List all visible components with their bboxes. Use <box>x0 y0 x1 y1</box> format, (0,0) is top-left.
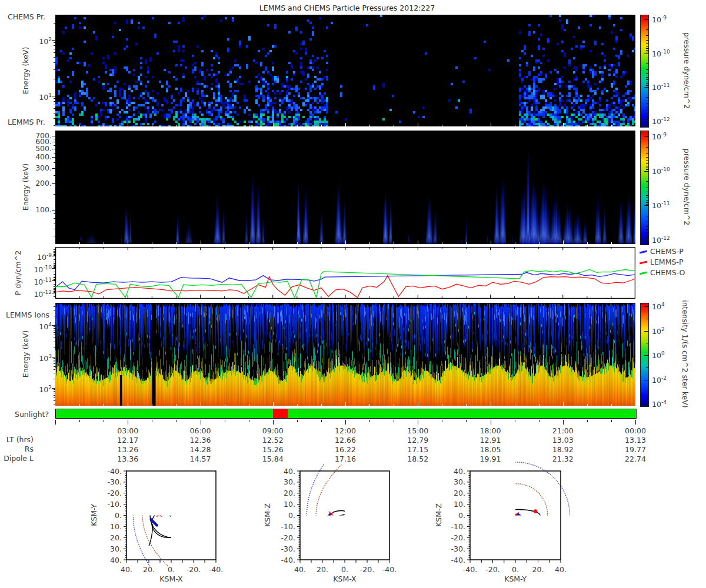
orbit2-y-axis-label: KSM-Z <box>264 503 272 527</box>
tick-mark <box>644 87 648 88</box>
tick-mark <box>54 139 55 139</box>
tick-mark <box>273 420 274 425</box>
sunlight-segment <box>288 409 636 418</box>
bow-shock-curve <box>133 465 150 567</box>
tick-mark <box>54 108 55 109</box>
lemms-ytick-label: 400. <box>21 152 52 161</box>
annotation-value: 19.91 <box>473 455 508 463</box>
orbit-ytick-label: 40. <box>284 467 295 476</box>
tick-mark <box>646 368 648 368</box>
tick-mark <box>515 420 515 422</box>
row-label-dipole: Dipole L <box>0 455 34 463</box>
saturn-marker <box>170 514 172 516</box>
annotation-value: 12.52 <box>255 436 291 445</box>
annotation-value: 17.16 <box>328 455 363 463</box>
tick-mark <box>54 62 55 63</box>
red-dot-marker <box>356 509 359 513</box>
orbit-ytick-label: -30. <box>451 544 465 553</box>
figure: LEMMS and CHEMS Particle Pressures 2012:… <box>0 0 706 588</box>
sunlight-segment <box>273 409 288 418</box>
lemms-panel-label: LEMMS Pr. <box>8 118 45 126</box>
tick-mark <box>646 202 648 203</box>
time-tick-label: 12:00 <box>328 426 363 435</box>
tick-mark <box>646 157 648 158</box>
tick-mark <box>644 240 648 240</box>
magnetopause-curve <box>142 465 168 567</box>
tick-mark <box>646 83 648 84</box>
tick-mark <box>54 362 55 362</box>
tick-mark <box>52 136 55 136</box>
saturn-marker <box>344 514 346 516</box>
tick-mark <box>54 316 55 316</box>
tick-mark <box>54 379 55 379</box>
tick-mark <box>54 397 55 398</box>
orbit-ytick-label: -40. <box>108 467 122 476</box>
tick-mark <box>646 108 648 108</box>
tick-mark <box>646 97 648 98</box>
orbit-xtick-label: -20. <box>360 565 374 574</box>
tick-mark <box>52 142 55 142</box>
tick-mark <box>52 96 55 96</box>
tick-mark <box>52 183 55 184</box>
tick-mark <box>394 420 394 422</box>
annotation-value: 14.28 <box>183 445 218 454</box>
tick-mark <box>54 326 55 327</box>
legend-swatch-1 <box>640 260 647 264</box>
red-dot-marker <box>182 532 186 535</box>
orbit-frame <box>470 471 561 560</box>
tick-mark <box>54 389 55 390</box>
orbit-xtick-label: -40. <box>463 565 477 574</box>
tick-mark <box>54 236 55 236</box>
tick-mark <box>646 236 648 237</box>
orbit-frame <box>300 471 389 560</box>
tick-mark <box>176 420 176 422</box>
sunlight-segment <box>56 409 273 418</box>
tick-mark <box>54 347 55 348</box>
tick-mark <box>79 420 80 422</box>
tick-mark <box>646 200 648 201</box>
intensity-cbar-tick-label: 10-4 <box>652 399 667 409</box>
tick-mark <box>54 358 55 359</box>
annotation-value: 21.32 <box>545 455 581 463</box>
tick-mark <box>644 331 648 332</box>
tick-mark <box>644 136 648 137</box>
orbit-ytick-label: -10. <box>108 500 122 509</box>
tick-mark <box>644 121 648 122</box>
tick-mark <box>442 420 442 422</box>
orbit3-y-axis-label: KSM-Z <box>435 503 443 527</box>
orbit-ytick-label: 20. <box>110 533 122 542</box>
lemms-ytick-label: 200. <box>21 179 52 188</box>
tick-mark <box>587 420 588 422</box>
orbit-frame <box>126 471 216 560</box>
spacecraft-track-segment <box>518 514 527 522</box>
orbit-ytick-label: 10. <box>284 500 295 509</box>
tick-mark <box>646 153 648 153</box>
tick-mark <box>646 116 648 116</box>
tick-mark <box>54 145 55 146</box>
tick-mark <box>646 161 648 161</box>
orbit-xtick-label: 20. <box>143 565 155 574</box>
tick-mark <box>54 338 55 338</box>
legend-label: CHEMS-P <box>650 247 684 256</box>
pressure-cbar-tick-label: 10-9 <box>652 132 667 141</box>
orbit-xtick-label: 0. <box>512 565 519 574</box>
orbit-ytick-label: -20. <box>108 489 122 497</box>
tick-mark <box>646 232 648 233</box>
orbit-ytick-label: 20. <box>454 489 465 497</box>
orbit-ytick-label: 40. <box>110 556 122 564</box>
ions-panel-label: LEMMS Ions <box>6 311 49 319</box>
tick-mark <box>646 319 648 319</box>
tick-mark <box>646 188 648 188</box>
orbit-ytick-label: -10. <box>451 522 465 531</box>
annotation-value: 14.57 <box>183 455 218 463</box>
tick-mark <box>52 210 55 211</box>
tick-mark <box>646 29 648 30</box>
pressure-line-plot <box>55 247 635 299</box>
orbit-ytick-label: 0. <box>288 511 295 520</box>
tick-mark <box>646 40 648 41</box>
tick-mark <box>55 420 56 425</box>
tick-mark <box>54 342 55 342</box>
tick-mark <box>646 222 648 222</box>
tick-mark <box>646 48 648 49</box>
tick-mark <box>563 420 564 425</box>
